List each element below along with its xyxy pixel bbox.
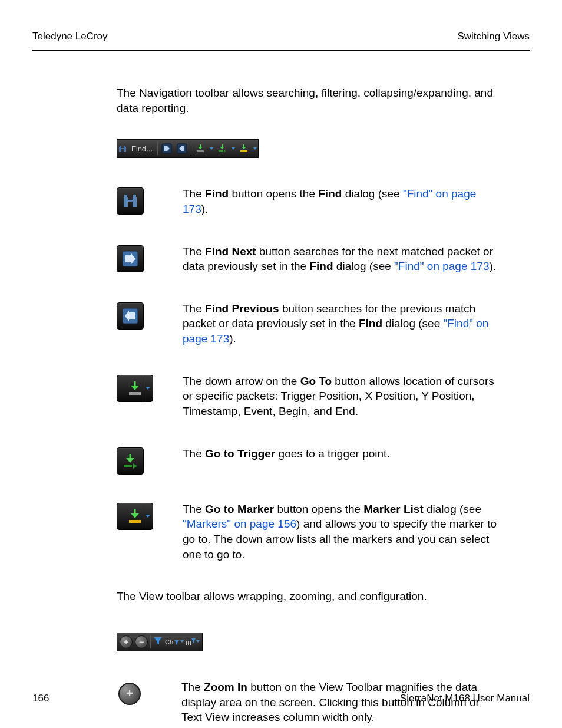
find-button-label: Find... xyxy=(129,144,155,153)
svg-rect-2 xyxy=(120,148,125,149)
svg-rect-3 xyxy=(120,146,121,147)
goto-marker-button-icon xyxy=(117,503,153,530)
svg-rect-8 xyxy=(219,150,223,152)
svg-rect-14 xyxy=(133,195,136,197)
chevron-down-icon xyxy=(143,375,153,401)
find-next-button-icon xyxy=(117,245,144,272)
view-toolbar-intro: The View toolbar allows wrapping, zoomin… xyxy=(117,589,498,604)
svg-rect-20 xyxy=(186,641,187,645)
goto-button-icon xyxy=(117,375,153,402)
nav-toolbar-intro: The Navigation toolbar allows searching,… xyxy=(117,85,498,116)
svg-rect-19 xyxy=(129,520,141,523)
zoom-out-icon: − xyxy=(135,635,148,648)
svg-rect-10 xyxy=(124,197,128,207)
filter-icon xyxy=(153,635,163,648)
page-number: 166 xyxy=(32,693,49,704)
goto-trigger-button-icon xyxy=(117,447,144,475)
column-config-icon xyxy=(186,638,200,645)
svg-rect-1 xyxy=(124,147,126,152)
find-previous-button-icon xyxy=(117,302,144,330)
svg-rect-0 xyxy=(119,147,121,152)
view-toolbar: + − Ch xyxy=(117,633,203,651)
find-prev-icon xyxy=(176,142,189,155)
page-footer: 166 SierraNet M168 User Manual xyxy=(32,693,530,704)
goto-trigger-description: The Go to Trigger goes to a trigger poin… xyxy=(183,446,498,462)
header-rule xyxy=(32,50,530,51)
chevron-down-icon xyxy=(143,503,153,529)
svg-rect-4 xyxy=(124,146,125,147)
navigation-toolbar: Find... xyxy=(117,139,259,158)
svg-rect-17 xyxy=(129,392,141,395)
header-left: Teledyne LeCroy xyxy=(32,31,108,42)
find-next-icon xyxy=(160,142,173,155)
svg-rect-22 xyxy=(190,641,191,645)
goto-description: The down arrow on the Go To button allow… xyxy=(183,374,498,419)
markers-link[interactable]: "Markers" on page 156 xyxy=(183,518,296,530)
goto-marker-description: The Go to Marker button opens the Marker… xyxy=(183,502,498,562)
svg-rect-11 xyxy=(133,197,137,207)
find-link[interactable]: "Find" on page 173 xyxy=(394,260,489,272)
chevron-down-icon xyxy=(253,147,257,150)
svg-rect-12 xyxy=(126,200,134,202)
find-description: The Find button opens the Find dialog (s… xyxy=(183,186,498,216)
svg-rect-7 xyxy=(197,150,204,152)
svg-rect-21 xyxy=(188,641,189,645)
goto-marker-icon xyxy=(237,142,250,155)
zoom-in-icon: + xyxy=(120,635,133,648)
chevron-down-icon xyxy=(232,147,235,150)
header-right: Switching Views xyxy=(457,31,530,42)
page-header: Teledyne LeCroy Switching Views xyxy=(32,31,530,42)
find-next-description: The Find Next button searches for the ne… xyxy=(183,244,498,274)
manual-title: SierraNet M168 User Manual xyxy=(400,693,530,704)
goto-icon xyxy=(194,142,207,155)
chevron-down-icon xyxy=(210,147,213,150)
svg-rect-18 xyxy=(124,465,132,467)
find-button-icon xyxy=(117,187,144,215)
channel-config-icon: Ch xyxy=(165,638,184,645)
svg-rect-13 xyxy=(124,195,127,197)
find-icon xyxy=(118,144,127,153)
find-previous-description: The Find Previous button searches for th… xyxy=(183,301,498,347)
svg-rect-9 xyxy=(240,150,247,152)
goto-trigger-icon xyxy=(216,142,229,155)
